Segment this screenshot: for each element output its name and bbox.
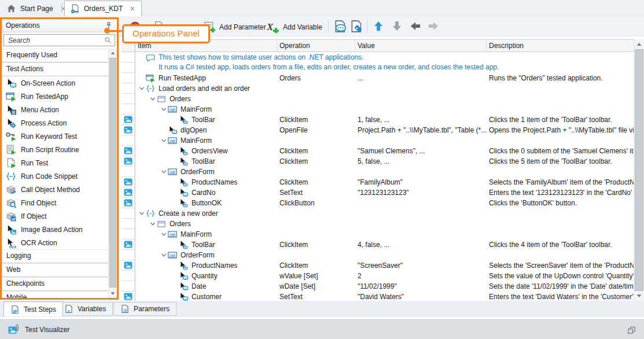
operations-group-checkpoints[interactable]: Checkpoints bbox=[2, 277, 109, 291]
search-input[interactable] bbox=[7, 36, 104, 45]
description-cell[interactable]: Opens the Project.Path + "..\\MyTable.tb… bbox=[489, 125, 634, 135]
table-row-dlgopen[interactable]: dlgOpenOpenFileProject.Path + "..\\MyTab… bbox=[135, 125, 634, 135]
operation-cell[interactable]: ClickButton bbox=[279, 198, 355, 208]
operation-item-call-object-method[interactable]: Call Object Method bbox=[2, 183, 109, 196]
table-row-mainform[interactable]: .netMainForm bbox=[135, 135, 634, 146]
table-row-date[interactable]: DatewDate [Set]"11/02/1999"Sets the date… bbox=[135, 281, 634, 292]
operation-cell[interactable]: ClickItem bbox=[279, 239, 355, 250]
visualizer-thumbnail-icon[interactable] bbox=[123, 261, 133, 270]
value-cell[interactable]: "ScreenSaver" bbox=[358, 260, 487, 271]
move-up-icon[interactable] bbox=[373, 20, 384, 32]
value-cell[interactable]: ... bbox=[358, 73, 487, 83]
visualizer-thumbnail-icon[interactable] bbox=[123, 146, 133, 155]
chevron-down-icon[interactable] bbox=[149, 220, 157, 228]
add-parameter-button[interactable]: Add Parameter bbox=[219, 22, 266, 32]
value-cell[interactable]: 4, false, ... bbox=[358, 239, 487, 250]
visualizer-thumbnail-icon[interactable] bbox=[123, 115, 133, 124]
visualizer-thumbnail-icon[interactable] bbox=[123, 178, 133, 186]
chevron-down-icon[interactable] bbox=[160, 168, 168, 176]
table-row-customer[interactable]: CustomerSetText"David Waters"Enters the … bbox=[135, 292, 634, 301]
table-row-orders[interactable]: Orders bbox=[135, 94, 634, 104]
description-cell[interactable]: Clicks the 4 item of the 'ToolBar' toolb… bbox=[489, 239, 634, 250]
add-label-icon[interactable] bbox=[349, 20, 363, 33]
table-row-orderform[interactable]: .netOrderForm bbox=[135, 250, 634, 260]
search-icon[interactable] bbox=[104, 36, 112, 44]
description-cell[interactable]: Clicks the 'ButtonOK' button. bbox=[489, 198, 634, 208]
chevron-down-icon[interactable] bbox=[160, 230, 168, 238]
operations-search-box[interactable] bbox=[3, 34, 115, 46]
operation-item-on-screen-action[interactable]: On-Screen Action bbox=[2, 76, 109, 90]
operation-item-run-test[interactable]: Run Test bbox=[2, 156, 109, 169]
chevron-down-icon[interactable] bbox=[160, 137, 168, 145]
chevron-down-icon[interactable] bbox=[160, 251, 168, 259]
scroll-up-icon[interactable] bbox=[634, 40, 644, 49]
table-row-quantity[interactable]: QuantitywValue [Set]2Sets the value of t… bbox=[135, 271, 634, 281]
visualizer-thumbnail-icon[interactable] bbox=[123, 240, 133, 249]
scroll-up-icon[interactable] bbox=[109, 49, 117, 57]
value-cell[interactable]: "Samuel Clemens", ... bbox=[358, 146, 487, 156]
operation-item-image-based-action[interactable]: Image Based Action bbox=[2, 223, 109, 236]
operation-cell[interactable]: ClickItem bbox=[279, 115, 355, 125]
column-header-description[interactable]: Description bbox=[487, 40, 634, 51]
table-row-productnames[interactable]: ProductNamesClickItem"ScreenSaver"Select… bbox=[135, 260, 634, 271]
table-row-mainform[interactable]: .netMainForm bbox=[135, 229, 634, 239]
add-variable-button[interactable]: Add Variable bbox=[283, 22, 322, 32]
value-cell[interactable]: "FamilyAlbum" bbox=[358, 177, 487, 187]
operation-cell[interactable]: ClickItem bbox=[279, 156, 355, 167]
table-row-toolbar[interactable]: ToolBarClickItem5, false, ...Clicks the … bbox=[135, 156, 634, 167]
close-icon[interactable] bbox=[129, 5, 136, 12]
outdent-icon[interactable] bbox=[409, 20, 422, 32]
value-cell[interactable]: 2 bbox=[358, 271, 487, 281]
table-row-ordersview[interactable]: OrdersViewClickItem"Samuel Clemens", ...… bbox=[135, 146, 634, 156]
float-panel-icon[interactable] bbox=[627, 326, 636, 334]
operation-item-ocr-action[interactable]: OCROCR Action bbox=[2, 236, 109, 249]
operation-cell[interactable]: SetText bbox=[279, 292, 355, 301]
chevron-down-icon[interactable] bbox=[160, 105, 168, 113]
gutter-cell[interactable] bbox=[122, 156, 135, 167]
operation-item-run-code-snippet[interactable]: Run Code Snippet bbox=[2, 169, 109, 183]
visualizer-thumbnail-icon[interactable] bbox=[123, 126, 133, 134]
value-cell[interactable]: "David Waters" bbox=[358, 292, 487, 301]
tab-test-steps[interactable]: Test Steps bbox=[3, 301, 63, 316]
description-cell[interactable]: Selects the 'ScreenSaver' item of the 'P… bbox=[489, 260, 634, 271]
tab-orders-kdt[interactable]: Orders_KDT bbox=[64, 1, 142, 16]
operation-cell[interactable]: Orders bbox=[279, 73, 355, 83]
operation-cell[interactable]: ClickItem bbox=[279, 260, 355, 271]
table-row-orderform[interactable]: .netOrderForm bbox=[135, 167, 634, 177]
scrollbar-thumb[interactable] bbox=[635, 49, 643, 291]
gutter-cell[interactable] bbox=[122, 239, 135, 250]
description-cell[interactable]: Clicks the 0 subitem of the 'Samuel Clem… bbox=[489, 146, 634, 156]
operation-item-menu-action[interactable]: Menu Action bbox=[2, 103, 109, 116]
chevron-down-icon[interactable] bbox=[149, 95, 157, 103]
operations-scrollbar[interactable] bbox=[108, 49, 117, 298]
operations-group-frequently-used[interactable]: Frequently Used bbox=[2, 49, 109, 62]
chevron-down-icon[interactable] bbox=[138, 84, 146, 93]
operation-cell[interactable]: SetText bbox=[279, 187, 355, 198]
operation-cell[interactable]: OpenFile bbox=[279, 125, 355, 135]
table-row-toolbar[interactable]: ToolBarClickItem1, false, ...Clicks the … bbox=[135, 115, 634, 125]
gutter-cell[interactable] bbox=[122, 177, 135, 187]
operations-group-test-actions[interactable]: Test Actions bbox=[2, 62, 109, 76]
table-row-orders[interactable]: Orders bbox=[135, 219, 634, 229]
scroll-down-icon[interactable] bbox=[634, 291, 644, 300]
value-cell[interactable]: 1, false, ... bbox=[358, 115, 487, 125]
table-row-load-orders-and-edit-an-order[interactable]: Load orders and edit an order bbox=[135, 83, 634, 94]
scroll-down-icon[interactable] bbox=[109, 289, 117, 297]
value-cell[interactable]: Project.Path + "..\\MyTable.tbl", "Table… bbox=[358, 125, 487, 135]
description-cell[interactable]: Sets the value of the UpDown control 'Qu… bbox=[489, 271, 634, 281]
visualizer-thumbnail-icon[interactable] bbox=[123, 198, 133, 207]
operation-item-if-object[interactable]: If Object bbox=[2, 209, 109, 223]
add-comment-icon[interactable] bbox=[333, 20, 347, 33]
value-cell[interactable]: "11/02/1999" bbox=[358, 281, 487, 292]
gutter-cell[interactable] bbox=[122, 292, 135, 301]
scrollbar-thumb[interactable] bbox=[109, 58, 116, 288]
operation-item-run-keyword-test[interactable]: Run Keyword Test bbox=[2, 130, 109, 143]
test-visualizer-bar[interactable]: Test Visualizer bbox=[0, 319, 644, 339]
operation-item-run-testedapp[interactable]: Run TestedApp bbox=[2, 90, 109, 103]
tab-variables[interactable]: x Variables bbox=[57, 302, 113, 316]
indent-icon[interactable] bbox=[426, 20, 440, 32]
column-header-operation[interactable]: Operation bbox=[277, 40, 355, 51]
move-down-icon[interactable] bbox=[391, 20, 403, 32]
table-row-productnames[interactable]: ProductNamesClickItem"FamilyAlbum"Select… bbox=[135, 177, 634, 187]
comment-row[interactable]: This test shows how to simulate user act… bbox=[135, 52, 634, 73]
